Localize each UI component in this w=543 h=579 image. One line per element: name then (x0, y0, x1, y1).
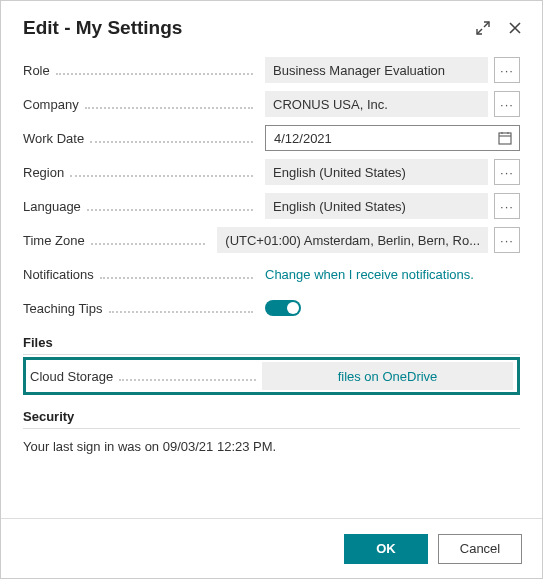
calendar-icon[interactable] (497, 130, 513, 146)
svg-rect-0 (499, 133, 511, 144)
section-files-header: Files (23, 331, 520, 355)
region-more-button[interactable]: ··· (494, 159, 520, 185)
row-notifications: Notifications Change when I receive noti… (23, 257, 520, 291)
value-role[interactable]: Business Manager Evaluation (265, 57, 488, 83)
label-notifications: Notifications (23, 267, 94, 282)
notifications-link[interactable]: Change when I receive notifications. (265, 267, 474, 282)
label-company: Company (23, 97, 79, 112)
row-cloud-storage: Cloud Storage files on OneDrive (23, 357, 520, 395)
header-icons (474, 19, 524, 37)
row-company: Company CRONUS USA, Inc. ··· (23, 87, 520, 121)
company-more-button[interactable]: ··· (494, 91, 520, 117)
label-region: Region (23, 165, 64, 180)
value-time-zone[interactable]: (UTC+01:00) Amsterdam, Berlin, Bern, Ro.… (217, 227, 488, 253)
section-security-header: Security (23, 405, 520, 429)
time-zone-more-button[interactable]: ··· (494, 227, 520, 253)
label-time-zone: Time Zone (23, 233, 85, 248)
row-teaching-tips: Teaching Tips (23, 291, 520, 325)
label-role: Role (23, 63, 50, 78)
role-more-button[interactable]: ··· (494, 57, 520, 83)
value-region[interactable]: English (United States) (265, 159, 488, 185)
work-date-value: 4/12/2021 (274, 131, 497, 146)
last-sign-in-text: Your last sign in was on 09/03/21 12:23 … (23, 439, 520, 454)
expand-icon[interactable] (474, 19, 492, 37)
row-time-zone: Time Zone (UTC+01:00) Amsterdam, Berlin,… (23, 223, 520, 257)
row-language: Language English (United States) ··· (23, 189, 520, 223)
row-region: Region English (United States) ··· (23, 155, 520, 189)
value-company[interactable]: CRONUS USA, Inc. (265, 91, 488, 117)
label-language: Language (23, 199, 81, 214)
ok-button[interactable]: OK (344, 534, 428, 564)
teaching-tips-toggle[interactable] (265, 300, 301, 316)
language-more-button[interactable]: ··· (494, 193, 520, 219)
row-work-date: Work Date 4/12/2021 (23, 121, 520, 155)
row-role: Role Business Manager Evaluation ··· (23, 53, 520, 87)
cloud-storage-button[interactable]: files on OneDrive (262, 362, 513, 390)
close-icon[interactable] (506, 19, 524, 37)
label-work-date: Work Date (23, 131, 84, 146)
label-cloud-storage: Cloud Storage (30, 369, 113, 384)
dialog-footer: OK Cancel (1, 518, 542, 578)
work-date-input[interactable]: 4/12/2021 (265, 125, 520, 151)
value-language[interactable]: English (United States) (265, 193, 488, 219)
dialog-title: Edit - My Settings (23, 17, 182, 39)
dialog-header: Edit - My Settings (1, 1, 542, 49)
cancel-button[interactable]: Cancel (438, 534, 522, 564)
label-teaching-tips: Teaching Tips (23, 301, 103, 316)
dialog-body: Role Business Manager Evaluation ··· Com… (1, 49, 542, 518)
my-settings-dialog: Edit - My Settings Role Business Manager… (0, 0, 543, 579)
